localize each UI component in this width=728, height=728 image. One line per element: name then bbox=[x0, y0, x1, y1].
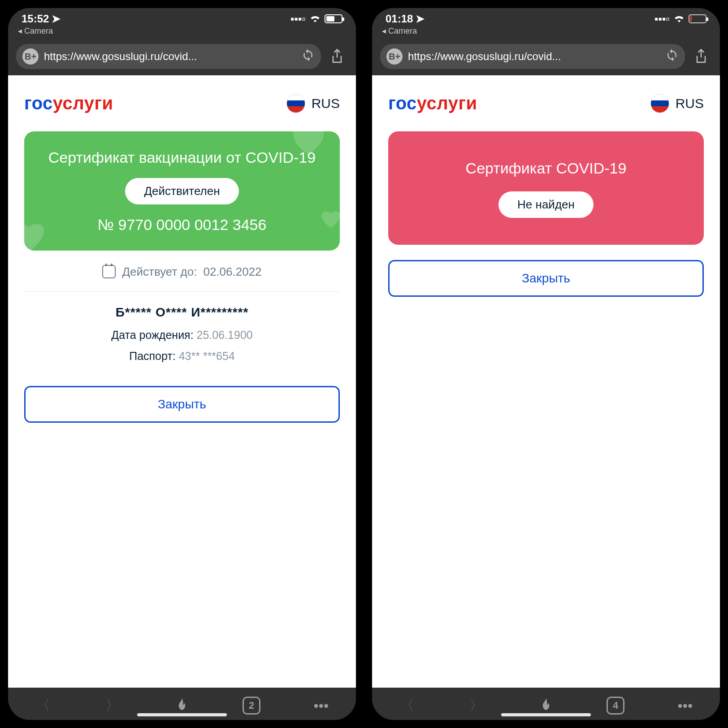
language-label: RUS bbox=[676, 96, 704, 111]
close-button[interactable]: Закрыть bbox=[388, 260, 704, 297]
battery-icon-low bbox=[689, 14, 706, 23]
card-title: Сертификат COVID-19 bbox=[401, 158, 691, 179]
site-badge: B+ bbox=[386, 48, 403, 65]
share-button[interactable] bbox=[326, 46, 348, 67]
valid-until-row: Действует до: 02.06.2022 bbox=[24, 265, 340, 279]
nav-tabs-button[interactable]: 4 bbox=[602, 696, 629, 715]
phone-left: 15:52 ➤ ▪▪▪▫ ◂ Camera B+ https://www.gos… bbox=[8, 8, 356, 720]
nav-fire-button[interactable] bbox=[169, 696, 195, 715]
url-text: https://www.gosuslugi.ru/covid... bbox=[44, 50, 296, 63]
nav-menu-button[interactable]: ••• bbox=[672, 696, 698, 715]
battery-icon bbox=[325, 14, 342, 23]
calendar-icon bbox=[102, 265, 116, 278]
russia-flag-icon bbox=[650, 94, 669, 113]
card-title: Сертификат вакцинации от COVID-19 bbox=[37, 147, 327, 168]
language-selector[interactable]: RUS bbox=[286, 94, 340, 113]
language-selector[interactable]: RUS bbox=[650, 94, 704, 113]
address-bar: B+ https://www.gosuslugi.ru/covid... bbox=[8, 39, 356, 75]
phone-right: 01:18 ➤ ▪▪▪▫ ◂ Camera B+ https://www.gos… bbox=[372, 8, 720, 720]
url-text: https://www.gosuslugi.ru/covid... bbox=[408, 50, 660, 63]
status-pill: Действителен bbox=[125, 178, 238, 204]
close-button[interactable]: Закрыть bbox=[24, 386, 340, 423]
address-bar: B+ https://www.gosuslugi.ru/covid... bbox=[372, 39, 720, 75]
valid-until-label: Действует до: bbox=[122, 265, 197, 279]
russia-flag-icon bbox=[286, 94, 305, 113]
certificate-number: № 9770 0000 0012 3456 bbox=[37, 216, 327, 234]
dob-label: Дата рождения: bbox=[111, 329, 193, 341]
refresh-icon[interactable] bbox=[665, 48, 679, 65]
status-bar: 01:18 ➤ ▪▪▪▫ bbox=[372, 8, 720, 26]
nav-forward-button[interactable]: 〉 bbox=[99, 696, 126, 715]
nav-fire-button[interactable] bbox=[533, 696, 559, 715]
page-content: госуслуги RUS Сертификат COVID-19 Не най… bbox=[372, 75, 720, 688]
language-label: RUS bbox=[312, 96, 340, 111]
nav-forward-button[interactable]: 〉 bbox=[463, 696, 490, 715]
wifi-icon bbox=[309, 13, 321, 25]
passport-label: Паспорт: bbox=[129, 350, 176, 362]
certificate-card-valid: Сертификат вакцинации от COVID-19 Действ… bbox=[24, 131, 340, 251]
tab-count: 2 bbox=[243, 697, 260, 715]
back-to-app[interactable]: ◂ Camera bbox=[8, 26, 356, 39]
home-indicator[interactable] bbox=[501, 713, 591, 716]
page-content: госуслуги RUS Сертификат вакцинации от C… bbox=[8, 75, 356, 688]
person-block: Б***** О**** И********* Дата рождения: 2… bbox=[24, 305, 340, 363]
location-icon: ➤ bbox=[52, 13, 61, 25]
back-to-app[interactable]: ◂ Camera bbox=[372, 26, 720, 39]
tab-count: 4 bbox=[607, 697, 624, 715]
nav-menu-button[interactable]: ••• bbox=[308, 696, 334, 715]
status-time: 01:18 bbox=[386, 13, 413, 25]
gosuslugi-logo[interactable]: госуслуги bbox=[388, 93, 477, 113]
nav-tabs-button[interactable]: 2 bbox=[238, 696, 265, 715]
certificate-card-notfound: Сертификат COVID-19 Не найден bbox=[388, 131, 704, 245]
valid-until-value: 02.06.2022 bbox=[203, 265, 261, 279]
site-badge: B+ bbox=[22, 48, 39, 65]
share-button[interactable] bbox=[690, 46, 712, 67]
person-name-masked: Б***** О**** И********* bbox=[24, 305, 340, 320]
cellular-icon: ▪▪▪▫ bbox=[290, 13, 306, 25]
dob-value: 25.06.1900 bbox=[197, 329, 253, 341]
location-icon: ➤ bbox=[416, 13, 425, 25]
divider bbox=[24, 291, 340, 292]
url-pill[interactable]: B+ https://www.gosuslugi.ru/covid... bbox=[380, 44, 685, 69]
passport-value: 43** ***654 bbox=[179, 350, 235, 362]
status-bar: 15:52 ➤ ▪▪▪▫ bbox=[8, 8, 356, 26]
url-pill[interactable]: B+ https://www.gosuslugi.ru/covid... bbox=[16, 44, 321, 69]
status-pill: Не найден bbox=[498, 191, 594, 218]
gosuslugi-logo[interactable]: госуслуги bbox=[24, 93, 113, 113]
wifi-icon bbox=[673, 13, 685, 25]
cellular-icon: ▪▪▪▫ bbox=[654, 13, 670, 25]
refresh-icon[interactable] bbox=[301, 48, 315, 65]
home-indicator[interactable] bbox=[137, 713, 227, 716]
nav-back-button[interactable]: 〈 bbox=[30, 696, 56, 715]
status-time: 15:52 bbox=[22, 13, 49, 25]
nav-back-button[interactable]: 〈 bbox=[394, 696, 420, 715]
